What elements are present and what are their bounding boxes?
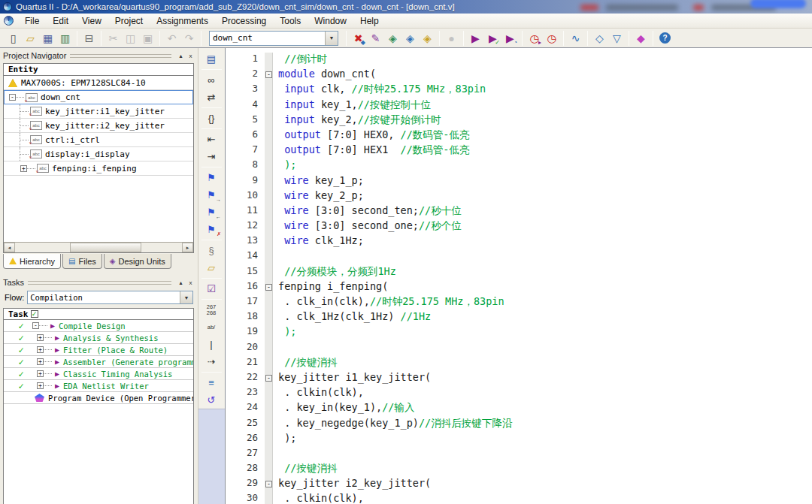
new-file-icon[interactable]: ▯ bbox=[5, 30, 22, 47]
current-entity-combobox[interactable]: down_cnt ▼ bbox=[209, 31, 338, 46]
stopwatch-icon[interactable]: ◷ bbox=[543, 30, 560, 47]
tree-row-child[interactable]: +abcvfenping:i_fenping bbox=[4, 161, 193, 176]
save-icon[interactable]: ▦ bbox=[39, 30, 56, 47]
menu-processing[interactable]: Processing bbox=[215, 14, 273, 29]
tab-design-units[interactable]: ◈Design Units bbox=[104, 254, 171, 269]
attach-file-icon[interactable]: § bbox=[198, 242, 224, 259]
match-brace-icon[interactable]: {} bbox=[198, 110, 224, 127]
print-icon[interactable]: ⊟ bbox=[80, 30, 98, 47]
programmer-icon[interactable]: ◆ bbox=[632, 30, 650, 47]
run-task-icon[interactable]: ▶ bbox=[55, 333, 59, 342]
menu-tools[interactable]: Tools bbox=[273, 14, 308, 29]
code-line[interactable]: 19 ); bbox=[226, 325, 812, 340]
save-all-icon[interactable]: ▥ bbox=[56, 30, 74, 47]
start-analysis-synthesis-icon[interactable]: ▶✓ bbox=[484, 30, 501, 47]
line-count-icon[interactable]: 267 268 bbox=[198, 301, 224, 318]
code-line[interactable]: 26 ); bbox=[226, 432, 812, 447]
tree-row-root[interactable]: -abcvdown_cnt bbox=[4, 90, 193, 104]
expand-icon[interactable]: + bbox=[37, 358, 44, 365]
menu-project[interactable]: Project bbox=[108, 14, 150, 29]
decrease-indent-icon[interactable]: ⇤ bbox=[198, 131, 224, 148]
code-line[interactable]: 6 output [7:0] HEX0, //数码管-低亮 bbox=[226, 128, 812, 143]
run-task-icon[interactable]: ▶ bbox=[55, 370, 59, 378]
rtl-viewer-icon[interactable]: ▽ bbox=[608, 30, 626, 47]
timing-clock-icon[interactable]: ◷▸ bbox=[526, 30, 543, 47]
run-task-icon[interactable]: ▶ bbox=[55, 358, 59, 366]
align-lines-icon[interactable]: ≡ bbox=[198, 374, 224, 391]
code-line[interactable]: 30 . clkin(clk), bbox=[226, 492, 812, 504]
run-task-icon[interactable]: ▶ bbox=[50, 321, 55, 330]
menu-view[interactable]: View bbox=[75, 14, 108, 29]
clear-bookmarks-icon[interactable]: ⚑✗ bbox=[198, 221, 224, 238]
waveform-editor-icon[interactable]: ∿ bbox=[567, 30, 584, 47]
task-row-analysis-synthesis[interactable]: ✓+▶Analysis & Synthesis bbox=[4, 332, 193, 344]
code-line[interactable]: 12 wire [3:0] second_one;//秒个位 bbox=[226, 219, 812, 234]
fold-collapse-icon[interactable]: - bbox=[265, 375, 272, 382]
fold-collapse-icon[interactable]: - bbox=[265, 481, 272, 487]
code-line[interactable]: 15 //分频模块，分频到1Hz bbox=[226, 265, 812, 280]
scrollbar-thumb[interactable] bbox=[70, 243, 141, 252]
chevron-down-icon[interactable]: ▼ bbox=[180, 291, 192, 303]
code-line[interactable]: 13 wire clk_1Hz; bbox=[226, 234, 812, 249]
open-file-icon[interactable]: ▱ bbox=[22, 30, 39, 47]
code-line[interactable]: 25 . key_negedge(key_1_p)//消抖后按键下降沿 bbox=[226, 417, 812, 432]
tree-row-child[interactable]: abcvkey_jitter:i2_key_jitter bbox=[4, 119, 193, 133]
panel-collapse-button[interactable]: ▴ bbox=[177, 52, 185, 60]
flow-combobox[interactable]: Compilation ▼ bbox=[27, 291, 193, 304]
tree-row-child[interactable]: abcvdisplay:i_display bbox=[4, 147, 193, 161]
assignment-editor-icon[interactable]: ✖◆ bbox=[350, 30, 367, 47]
code-line[interactable]: 9 wire key_1_p; bbox=[226, 174, 812, 189]
menu-window[interactable]: Window bbox=[308, 14, 353, 29]
tree-row-child[interactable]: abcvctrl:i_ctrl bbox=[4, 133, 193, 147]
task-row-eda-netlist-writer[interactable]: ✓+▶EDA Netlist Writer bbox=[4, 380, 193, 392]
code-line[interactable]: 21 //按键消抖 bbox=[226, 356, 812, 371]
code-line[interactable]: 10 wire key_2_p; bbox=[226, 189, 812, 204]
menu-edit[interactable]: Edit bbox=[46, 14, 75, 29]
fold-collapse-icon[interactable]: - bbox=[265, 284, 272, 291]
prev-bookmark-icon[interactable]: ⚑← bbox=[198, 204, 224, 221]
check-syntax-icon[interactable]: ☑ bbox=[198, 280, 224, 297]
expand-icon[interactable]: + bbox=[37, 334, 44, 341]
note-icon[interactable]: ▱ bbox=[198, 259, 224, 276]
code-line[interactable]: 3 input clk, //时钟25.175 MHz，83pin bbox=[226, 83, 812, 98]
chevron-down-icon[interactable]: ▼ bbox=[325, 32, 338, 45]
expand-icon[interactable]: + bbox=[37, 370, 44, 377]
tab-files[interactable]: ▤Files bbox=[62, 254, 102, 269]
code-line[interactable]: 28 //按键消抖 bbox=[226, 462, 812, 477]
code-line[interactable]: 22-key_jitter i1_key_jitter( bbox=[226, 371, 812, 386]
expand-icon[interactable]: + bbox=[37, 346, 44, 353]
panel-close-button[interactable]: x bbox=[186, 52, 195, 60]
code-line[interactable]: 1 //倒计时 bbox=[226, 53, 812, 68]
run-task-icon[interactable]: ▶ bbox=[55, 346, 59, 354]
expand-icon[interactable]: + bbox=[37, 382, 44, 389]
collapse-icon[interactable]: - bbox=[9, 94, 16, 101]
start-compilation-icon[interactable]: ▶ bbox=[467, 30, 484, 47]
templates-window-icon[interactable]: ▤ bbox=[198, 50, 224, 68]
code-line[interactable]: 7 output [7:0] HEX1 //数码管-低亮 bbox=[226, 143, 812, 158]
code-line[interactable]: 27 bbox=[226, 447, 812, 462]
horizontal-scrollbar[interactable]: ◂ ▸ bbox=[4, 242, 193, 252]
toggle-bookmark-icon[interactable]: ⚑ bbox=[198, 169, 224, 186]
settings-book-check-icon[interactable]: ◈ bbox=[401, 30, 419, 47]
pin-planner-icon[interactable]: ✎ bbox=[367, 30, 384, 47]
goto-line-icon[interactable]: ⇢ bbox=[198, 353, 224, 370]
code-line[interactable]: 4 input key_1,//按键控制十位 bbox=[226, 98, 812, 113]
increase-indent-icon[interactable]: ⇥ bbox=[198, 148, 224, 165]
code-line[interactable]: 20 bbox=[226, 341, 812, 356]
code-line[interactable]: 29-key_jitter i2_key_jitter( bbox=[226, 477, 812, 492]
task-row-classic-timing-analysis[interactable]: ✓+▶Classic Timing Analysis bbox=[4, 368, 193, 380]
help-icon[interactable]: ? bbox=[656, 30, 674, 47]
code-line[interactable]: 16-fenping i_fenping( bbox=[226, 280, 812, 295]
task-select-all-checkbox[interactable]: ✓ bbox=[31, 310, 38, 318]
netlist-viewer-icon[interactable]: ◇ bbox=[591, 30, 608, 47]
code-line[interactable]: 14 bbox=[226, 249, 812, 264]
panel-collapse-button[interactable]: ▴ bbox=[177, 279, 185, 287]
menu-help[interactable]: Help bbox=[353, 14, 386, 29]
tree-row-device[interactable]: MAX7000S: EPM7128SLC84-10 bbox=[4, 76, 193, 90]
find-icon[interactable]: ∞ bbox=[198, 71, 224, 89]
change-case-icon[interactable]: ↺ bbox=[198, 391, 224, 409]
run-task-icon[interactable]: ▶ bbox=[55, 382, 59, 390]
task-row-compile-design[interactable]: ✓-▶Compile Design bbox=[4, 320, 193, 332]
menu-assignments[interactable]: Assignments bbox=[150, 14, 215, 29]
column-line-icon[interactable]: | bbox=[198, 336, 224, 353]
